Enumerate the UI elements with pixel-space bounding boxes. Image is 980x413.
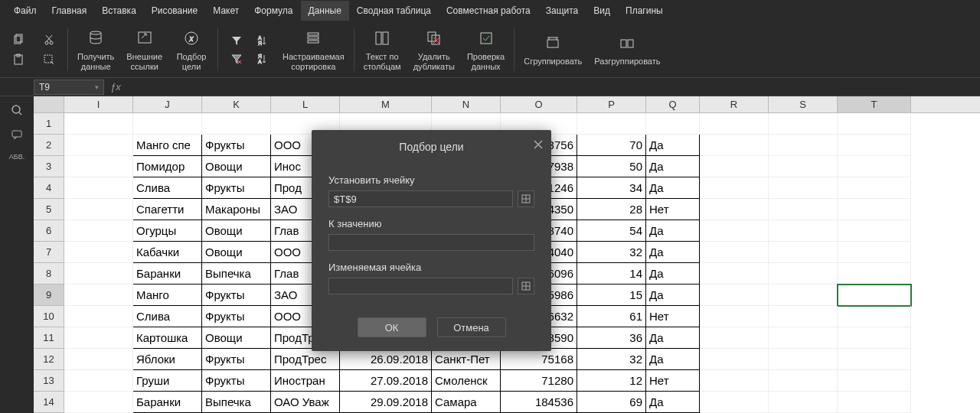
cell[interactable]: Фрукты xyxy=(202,177,271,199)
row-header[interactable]: 4 xyxy=(34,177,64,199)
clear-filter-icon[interactable] xyxy=(226,51,247,67)
cell[interactable] xyxy=(64,349,133,370)
column-header[interactable]: J xyxy=(133,96,202,112)
column-header[interactable]: R xyxy=(700,96,769,112)
filter-icon[interactable] xyxy=(226,33,247,48)
cell[interactable]: Нет xyxy=(646,370,700,392)
cell[interactable] xyxy=(838,285,911,306)
cell[interactable] xyxy=(700,220,769,242)
cell[interactable] xyxy=(64,177,133,199)
cell[interactable] xyxy=(646,113,700,135)
set-cell-input[interactable] xyxy=(328,190,513,207)
cell[interactable] xyxy=(769,199,838,220)
cell[interactable]: 34 xyxy=(577,177,646,199)
cell[interactable] xyxy=(838,177,911,199)
cell[interactable] xyxy=(838,156,911,177)
cell[interactable]: Слива xyxy=(133,177,202,199)
row-header[interactable]: 2 xyxy=(34,135,64,156)
cell[interactable]: Слива xyxy=(133,306,202,327)
changing-cell-input[interactable] xyxy=(328,278,513,294)
cell[interactable] xyxy=(700,113,769,135)
row-header[interactable]: 14 xyxy=(34,392,64,413)
select-all-corner[interactable] xyxy=(34,96,64,112)
row-header[interactable]: 9 xyxy=(34,285,64,306)
menu-вид[interactable]: Вид xyxy=(586,1,618,21)
cell[interactable]: Да xyxy=(646,263,700,285)
cell[interactable]: Выпечка xyxy=(202,392,271,413)
cell[interactable]: Иностран xyxy=(271,370,340,392)
ok-button[interactable]: ОК xyxy=(358,317,426,337)
cell[interactable]: 184536 xyxy=(501,392,577,413)
cell[interactable]: Да xyxy=(646,135,700,156)
cell[interactable]: Спагетти xyxy=(133,199,202,220)
cell[interactable]: 27.09.2018 xyxy=(340,370,432,392)
menu-плагины[interactable]: Плагины xyxy=(618,1,671,21)
remove-duplicates-button[interactable]: Удалить дубликаты xyxy=(407,21,461,77)
sort-desc-icon[interactable]: ЯА xyxy=(250,51,272,67)
cell[interactable] xyxy=(769,113,838,135)
cell[interactable] xyxy=(64,263,133,285)
cell[interactable]: Груши xyxy=(133,370,202,392)
row-header[interactable]: 6 xyxy=(34,220,64,242)
cell[interactable]: Нет xyxy=(646,199,700,220)
cell[interactable] xyxy=(769,327,838,349)
cell[interactable]: Манго xyxy=(133,285,202,306)
cut-icon[interactable] xyxy=(38,32,60,47)
cell[interactable]: Да xyxy=(646,327,700,349)
cell[interactable]: Овощи xyxy=(202,156,271,177)
cell[interactable] xyxy=(700,285,769,306)
cell[interactable]: ПродТрес xyxy=(271,349,340,370)
cell[interactable] xyxy=(769,242,838,263)
cell[interactable]: 28 xyxy=(577,199,646,220)
cell[interactable] xyxy=(700,327,769,349)
cell[interactable] xyxy=(64,156,133,177)
cell[interactable]: Огурцы xyxy=(133,220,202,242)
cell[interactable] xyxy=(700,392,769,413)
custom-sort-button[interactable]: Настраиваемая сортировка xyxy=(276,21,351,77)
cell[interactable]: Да xyxy=(646,156,700,177)
cancel-button[interactable]: Отмена xyxy=(437,317,506,337)
menu-формула[interactable]: Формула xyxy=(247,1,300,21)
cell[interactable]: Да xyxy=(646,392,700,413)
cell[interactable]: 36 xyxy=(577,327,646,349)
cell[interactable]: 12 xyxy=(577,370,646,392)
menu-главная[interactable]: Главная xyxy=(44,1,95,21)
cell[interactable] xyxy=(64,135,133,156)
column-header[interactable]: S xyxy=(769,96,838,112)
cell[interactable]: Да xyxy=(646,285,700,306)
cell[interactable] xyxy=(769,306,838,327)
menu-сводная таблица[interactable]: Сводная таблица xyxy=(349,1,439,21)
cell[interactable]: Санкт-Пет xyxy=(432,349,501,370)
cell[interactable]: Яблоки xyxy=(133,349,202,370)
cell[interactable]: Кабачки xyxy=(133,242,202,263)
cell[interactable]: Картошка xyxy=(133,327,202,349)
cell[interactable]: Нет xyxy=(646,306,700,327)
cell[interactable]: 70 xyxy=(577,135,646,156)
cell[interactable]: Фрукты xyxy=(202,349,271,370)
column-header[interactable]: M xyxy=(340,96,432,112)
cell[interactable]: Фрукты xyxy=(202,370,271,392)
row-header[interactable]: 1 xyxy=(34,113,64,135)
cell[interactable]: Макароны xyxy=(202,199,271,220)
cell[interactable] xyxy=(838,306,911,327)
menu-защита[interactable]: Защита xyxy=(538,1,586,21)
cell[interactable] xyxy=(838,370,911,392)
cell[interactable]: 26.09.2018 xyxy=(340,349,432,370)
cell[interactable] xyxy=(64,392,133,413)
copy-icon[interactable] xyxy=(8,32,29,47)
menu-макет[interactable]: Макет xyxy=(205,1,247,21)
cell[interactable] xyxy=(769,392,838,413)
range-select-icon[interactable] xyxy=(518,278,534,294)
cell[interactable]: 14 xyxy=(577,263,646,285)
cell[interactable] xyxy=(64,199,133,220)
cell[interactable] xyxy=(838,135,911,156)
cell[interactable]: 54 xyxy=(577,220,646,242)
cell[interactable] xyxy=(700,349,769,370)
close-icon[interactable] xyxy=(533,139,544,150)
name-box[interactable]: T9 ▾ xyxy=(34,80,104,95)
cell[interactable]: Да xyxy=(646,349,700,370)
row-header[interactable]: 13 xyxy=(34,370,64,392)
cell[interactable]: 61 xyxy=(577,306,646,327)
cell[interactable] xyxy=(700,156,769,177)
row-header[interactable]: 5 xyxy=(34,199,64,220)
